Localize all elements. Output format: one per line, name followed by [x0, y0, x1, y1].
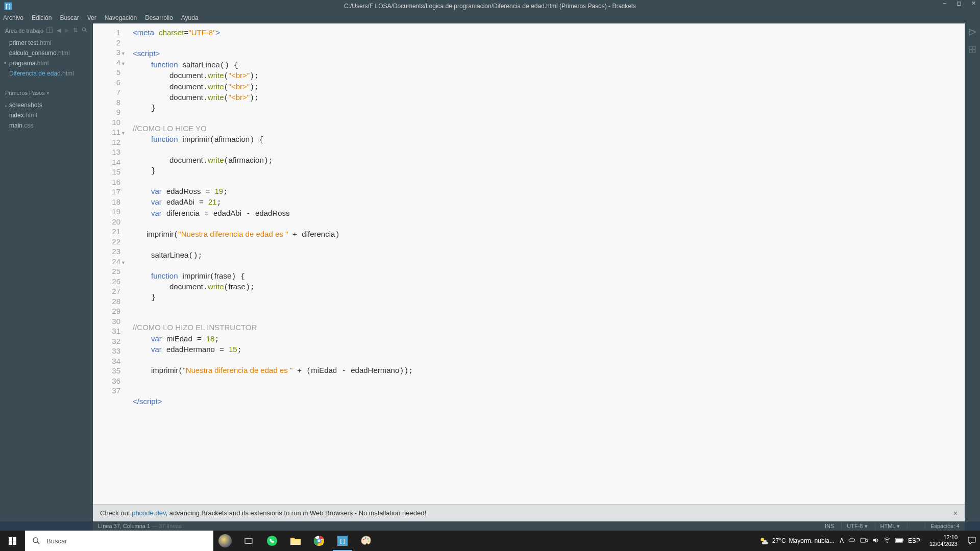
window-close-button[interactable]: ✕ [969, 0, 978, 7]
cursor-position-label[interactable]: Línea 37, Columna 1 [98, 523, 150, 529]
window-titlebar: [ ] C:/Users/F LOSA/Documents/Logica de … [0, 0, 980, 12]
sidebar: Área de trabajo ◀ ▶ ⇅ primer test.htmlca… [0, 23, 93, 521]
window-minimize-button[interactable]: − [941, 0, 948, 7]
window-maximize-button[interactable]: ◻ [954, 0, 963, 7]
chrome-icon[interactable] [307, 531, 331, 551]
svg-line-3 [85, 31, 87, 32]
menu-navigate[interactable]: Navegación [105, 14, 137, 21]
insert-mode-indicator[interactable]: INS [820, 523, 834, 529]
svg-rect-6 [969, 50, 972, 53]
menu-find[interactable]: Buscar [60, 14, 79, 21]
notice-link[interactable]: phcode.dev [132, 509, 165, 517]
split-view-icon[interactable] [46, 27, 53, 34]
extension-manager-icon[interactable] [968, 45, 977, 56]
chevron-down-icon: ▾ [47, 91, 49, 95]
svg-text:[ ]: [ ] [340, 538, 345, 544]
notice-pre-text: Check out [100, 509, 132, 517]
menu-help[interactable]: Ayuda [181, 14, 199, 21]
tray-language-indicator[interactable]: ESP [908, 537, 920, 544]
task-view-icon[interactable] [237, 531, 260, 551]
svg-point-2 [83, 28, 86, 31]
search-icon [32, 537, 40, 545]
tray-meet-now-icon[interactable] [860, 537, 868, 545]
status-line-count: — 37 líneas [150, 523, 182, 529]
working-files-header: Área de trabajo ◀ ▶ ⇅ [0, 23, 93, 38]
project-folder-item[interactable]: screenshots [0, 100, 93, 110]
svg-point-27 [887, 542, 888, 543]
svg-rect-13 [245, 538, 252, 543]
language-mode-selector[interactable]: HTML ▾ [875, 523, 900, 530]
notification-bar: Check out phcode.dev, advancing Brackets… [93, 504, 965, 521]
working-files-label: Área de trabajo [5, 28, 43, 34]
app-logo: [ ] [4, 2, 12, 10]
menu-edit[interactable]: Edición [32, 14, 52, 21]
project-name-label: Primeros Pasos [5, 90, 45, 96]
clock-time: 12:10 [929, 534, 958, 541]
svg-rect-30 [896, 539, 902, 542]
weather-cloud-sun-icon [759, 536, 769, 546]
svg-rect-26 [861, 538, 866, 542]
svg-rect-7 [973, 50, 975, 53]
notice-post-text: , advancing Brackets and its extensions … [165, 509, 426, 517]
working-file-item[interactable]: calculo_consumo.html [0, 48, 93, 58]
tray-wifi-icon[interactable] [884, 537, 891, 545]
project-file-item[interactable]: index.html [0, 110, 93, 120]
svg-rect-15 [290, 539, 301, 545]
whatsapp-icon[interactable] [260, 531, 284, 551]
linting-status-icon[interactable] [907, 523, 918, 529]
brackets-app-icon[interactable]: [ ] [331, 531, 354, 551]
tray-onedrive-icon[interactable] [848, 537, 856, 545]
nav-back-icon[interactable]: ◀ [57, 27, 61, 34]
start-button[interactable] [0, 531, 24, 551]
encoding-selector[interactable]: UTF-8 ▾ [841, 523, 867, 530]
working-file-item[interactable]: Diferencia de edad.html [0, 68, 93, 79]
svg-rect-29 [902, 539, 903, 541]
action-center-icon[interactable] [967, 536, 977, 546]
tray-chevron-up-icon[interactable]: ᐱ [840, 537, 844, 544]
menubar: Archivo Edición Buscar Ver Navegación De… [0, 12, 980, 23]
indent-selector[interactable]: Espacios: 4 [925, 523, 960, 529]
svg-point-24 [368, 541, 370, 542]
nav-forward-icon[interactable]: ▶ [65, 27, 69, 34]
weather-temp: 27°C [772, 537, 786, 544]
svg-rect-4 [969, 46, 972, 49]
svg-point-22 [365, 537, 366, 539]
project-file-item[interactable]: main.css [0, 120, 93, 131]
svg-point-8 [33, 538, 38, 542]
svg-rect-5 [973, 46, 975, 49]
menu-view[interactable]: Ver [87, 14, 96, 21]
weather-widget[interactable]: 27°C Mayorm. nubla... [759, 536, 835, 546]
tray-battery-icon[interactable] [895, 537, 904, 544]
window-title: C:/Users/F LOSA/Documents/Logica de prog… [344, 3, 636, 10]
cortana-icon[interactable] [213, 531, 237, 551]
notice-close-button[interactable]: × [953, 509, 958, 517]
sort-icon[interactable]: ⇅ [73, 27, 78, 34]
weather-text: Mayorm. nubla... [789, 537, 835, 544]
working-file-item[interactable]: primer test.html [0, 38, 93, 48]
clock-date: 12/04/2023 [929, 541, 958, 547]
taskbar-search[interactable]: Buscar [24, 531, 213, 551]
taskbar-clock[interactable]: 12:10 12/04/2023 [925, 534, 962, 547]
line-number-gutter: 123▼4▼567891011▼121314151617181920212223… [93, 23, 124, 521]
menu-develop[interactable]: Desarrollo [145, 14, 173, 21]
code-content[interactable]: <meta charset="UTF-8"> <script> function… [124, 23, 965, 521]
menu-file[interactable]: Archivo [3, 14, 23, 21]
right-toolbar [965, 23, 980, 521]
svg-point-21 [363, 539, 364, 540]
svg-point-23 [367, 538, 369, 540]
status-bar: Línea 37, Columna 1 — 37 líneas INS UTF-… [93, 521, 965, 531]
project-header[interactable]: Primeros Pasos▾ [0, 86, 93, 100]
live-preview-icon[interactable] [968, 28, 977, 39]
windows-taskbar: Buscar [ ] 27°C Mayorm. nubla... ᐱ ESP 1… [0, 531, 980, 551]
working-file-item[interactable]: programa.html [0, 58, 93, 68]
svg-point-18 [317, 539, 321, 542]
search-icon[interactable] [82, 27, 88, 34]
paint-icon[interactable] [354, 531, 378, 551]
file-explorer-icon[interactable] [284, 531, 307, 551]
tray-volume-icon[interactable] [872, 537, 879, 545]
svg-line-9 [37, 542, 39, 544]
code-editor[interactable]: 123▼4▼567891011▼121314151617181920212223… [93, 23, 965, 521]
search-placeholder: Buscar [46, 537, 67, 545]
